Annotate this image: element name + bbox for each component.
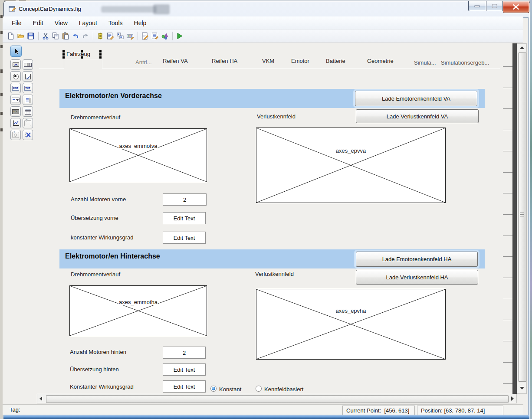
menu-editor-icon[interactable] <box>105 31 115 41</box>
undo-icon[interactable] <box>71 31 80 41</box>
menu-layout[interactable]: Layout <box>73 18 103 28</box>
palette-toggle-button[interactable]: TGL <box>10 106 21 117</box>
konstanter-wirkungsgrad-ha-input[interactable]: Edit Text <box>163 380 206 393</box>
selection-handle[interactable] <box>62 56 65 59</box>
scroll-down-icon[interactable] <box>520 387 524 390</box>
scroll-up-icon[interactable] <box>520 46 524 49</box>
uebersetzung-hinten-label: Übersetzung hinten <box>70 366 119 373</box>
tab-antrieb[interactable]: Antri... <box>135 59 152 65</box>
selected-tab-outline <box>64 59 64 68</box>
selection-handle[interactable] <box>99 53 102 56</box>
palette-table[interactable] <box>23 106 33 117</box>
selection-handle[interactable] <box>99 50 102 52</box>
palette-activex-control[interactable] <box>23 130 33 140</box>
radio-button-icon <box>13 74 19 79</box>
static-text-icon: TXT <box>24 86 31 91</box>
current-point-status: Current Point: [456, 613] <box>342 406 415 415</box>
palette-select-tool[interactable] <box>10 46 22 57</box>
paste-icon[interactable] <box>61 31 70 41</box>
close-button[interactable] <box>503 1 529 13</box>
palette-radio-button[interactable] <box>10 71 21 82</box>
tab-simulation[interactable]: Simula... <box>414 59 436 66</box>
palette-static-text[interactable]: TXT <box>23 83 33 93</box>
minimize-button[interactable] <box>468 1 486 11</box>
palette-button-group[interactable]: T <box>10 130 21 140</box>
palette-popup-menu[interactable] <box>10 95 21 105</box>
open-file-icon[interactable] <box>16 31 26 41</box>
tab-fahrzeug[interactable]: Fahrzeug <box>66 51 90 57</box>
menu-tools[interactable]: Tools <box>103 18 128 28</box>
axes-epvva[interactable]: axes_epvva <box>256 128 446 203</box>
palette-listbox[interactable] <box>23 95 33 105</box>
align-objects-icon[interactable] <box>95 31 105 41</box>
toolbar-editor-icon[interactable] <box>125 31 135 41</box>
drehmomentverlauf-label-va: Drehmomentverlauf <box>71 114 120 121</box>
palette-push-button[interactable]: OK <box>10 59 21 70</box>
scroll-right-icon[interactable] <box>511 396 514 401</box>
radio-konstant-label: Konstant <box>219 386 241 393</box>
copy-icon[interactable] <box>51 31 60 41</box>
menu-file[interactable]: File <box>6 18 27 28</box>
radio-kennfeldbasiert[interactable] <box>256 386 262 392</box>
section-header-ha: Elektromotor/en Hinterachse <box>65 252 160 260</box>
horizontal-scrollbar-thumb[interactable] <box>46 395 509 403</box>
editor-icon[interactable] <box>140 31 150 41</box>
uebersetzung-vorne-input[interactable]: Edit Text <box>163 212 206 224</box>
caption-buttons <box>468 1 529 13</box>
axes-emmotha[interactable]: axes_emmotha <box>69 285 207 336</box>
lade-emotorenkennfeld-ha-button[interactable]: Lade Emotorenkennfeld HA <box>356 252 478 267</box>
vertical-scrollbar[interactable] <box>517 43 527 394</box>
titlebar[interactable]: ConceptCarDynamics.fig <box>4 1 530 17</box>
maximize-button[interactable] <box>486 1 503 11</box>
selection-handle[interactable] <box>81 50 83 52</box>
scroll-left-icon[interactable] <box>39 396 42 401</box>
figure-edge-strip <box>512 43 517 394</box>
axes-emmotva[interactable]: axes_emmotva <box>69 128 207 182</box>
tab-batterie[interactable]: Batterie <box>326 58 345 64</box>
konstanter-wirkungsgrad-va-input[interactable]: Edit Text <box>163 232 206 244</box>
palette-slider[interactable] <box>23 59 33 70</box>
radio-konstant[interactable] <box>210 386 217 392</box>
property-inspector-icon[interactable] <box>150 31 160 41</box>
save-icon[interactable] <box>26 31 36 41</box>
palette-edit-text[interactable]: EDIT <box>10 83 21 93</box>
cut-icon[interactable] <box>41 31 50 41</box>
palette-panel[interactable]: T <box>23 118 33 128</box>
lade-verlustkennfeld-va-button[interactable]: Lade Verlustkennfeld VA <box>356 109 479 123</box>
anzahl-motoren-hinten-input[interactable]: 2 <box>163 347 206 359</box>
activex-icon <box>24 132 31 138</box>
tab-simulationsergebnisse[interactable]: Simulationsergeb... <box>441 59 489 66</box>
selection-handle[interactable] <box>81 56 83 59</box>
lade-emotorenkennfeld-va-button[interactable]: Lade Emotorenkennfeld VA <box>355 91 477 106</box>
check-box-icon <box>25 74 31 79</box>
selection-handle[interactable] <box>62 53 65 56</box>
redo-icon[interactable] <box>81 31 90 41</box>
toolbar-separator <box>172 32 173 40</box>
uebersetzung-hinten-input[interactable]: Edit Text <box>163 363 206 376</box>
lade-verlustkennfeld-ha-button[interactable]: Lade Verlustkennfeld HA <box>356 270 478 285</box>
menu-edit[interactable]: Edit <box>27 18 49 28</box>
tab-reifen-ha[interactable]: Reifen HA <box>212 58 237 64</box>
anzahl-motoren-vorne-input[interactable]: 2 <box>163 193 207 206</box>
selection-handle[interactable] <box>62 50 65 52</box>
new-file-icon[interactable] <box>6 31 16 41</box>
axes-epvha[interactable]: axes_epvha <box>256 289 446 360</box>
vertical-scrollbar-thumb[interactable] <box>518 52 526 382</box>
tab-order-editor-icon[interactable] <box>115 31 125 41</box>
object-browser-icon[interactable] <box>160 31 170 41</box>
horizontal-scrollbar[interactable] <box>37 394 517 403</box>
button-group-icon: T <box>12 132 19 138</box>
palette-check-box[interactable] <box>23 71 33 82</box>
panel-icon: T <box>24 120 31 126</box>
tab-reifen-va[interactable]: Reifen VA <box>163 58 188 64</box>
tab-emotor[interactable]: Emotor <box>291 58 309 64</box>
verlustkennfeld-label-va: Verlustkennfeld <box>257 113 296 120</box>
menu-help[interactable]: Help <box>128 18 152 28</box>
tab-geometrie[interactable]: Geometrie <box>367 58 394 64</box>
selection-handle[interactable] <box>99 56 102 59</box>
palette-axes[interactable] <box>10 118 21 128</box>
run-icon[interactable] <box>175 31 184 41</box>
tab-vkm[interactable]: VKM <box>262 58 274 64</box>
axes-icon <box>12 120 20 127</box>
menu-view[interactable]: View <box>49 18 73 28</box>
